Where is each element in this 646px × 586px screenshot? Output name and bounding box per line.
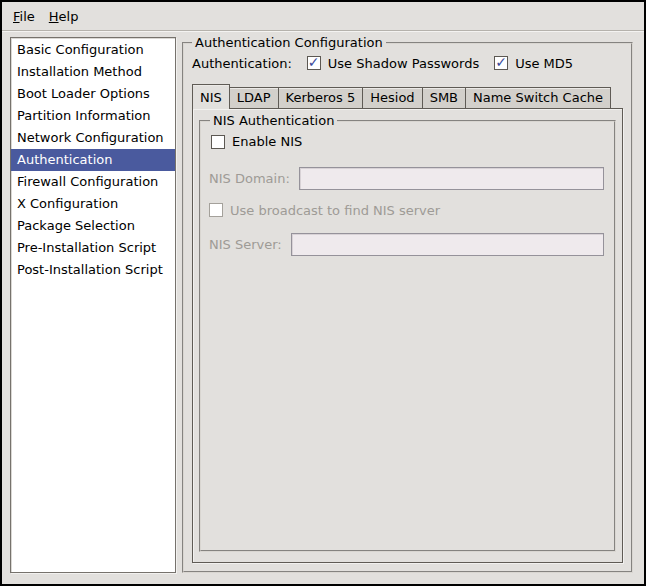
sidebar-item-partition-information[interactable]: Partition Information bbox=[11, 105, 175, 127]
checkbox-check-icon bbox=[307, 56, 321, 70]
menu-help[interactable]: Help bbox=[42, 6, 86, 27]
tab-hesiod[interactable]: Hesiod bbox=[362, 87, 422, 108]
sidebar-item-basic-configuration[interactable]: Basic Configuration bbox=[11, 39, 175, 61]
tab-strip: NIS LDAP Kerberos 5 Hesiod SMB Name Swit… bbox=[192, 83, 623, 108]
sidebar-item-x-configuration[interactable]: X Configuration bbox=[11, 193, 175, 215]
nis-domain-row: NIS Domain: bbox=[209, 167, 604, 190]
checkbox-check-icon bbox=[211, 135, 225, 149]
checkbox-check-icon bbox=[209, 203, 223, 217]
section-list: Basic Configuration Installation Method … bbox=[10, 37, 176, 573]
nis-frame-title: NIS Authentication bbox=[210, 113, 337, 128]
nis-server-label: NIS Server: bbox=[209, 237, 282, 252]
enable-nis-row: Enable NIS bbox=[211, 134, 606, 152]
checkbox-check-icon bbox=[494, 56, 508, 70]
tab-ldap[interactable]: LDAP bbox=[229, 87, 279, 108]
menu-file-rest: ile bbox=[20, 9, 35, 24]
kickstart-configurator-window: File Help Basic Configuration Installati… bbox=[0, 0, 646, 586]
tab-smb[interactable]: SMB bbox=[422, 87, 466, 108]
sidebar-item-post-installation-script[interactable]: Post-Installation Script bbox=[11, 259, 175, 281]
content-area: Basic Configuration Installation Method … bbox=[2, 31, 644, 584]
use-broadcast-checkbox: Use broadcast to find NIS server bbox=[209, 203, 440, 218]
sidebar-item-pre-installation-script[interactable]: Pre-Installation Script bbox=[11, 237, 175, 259]
authentication-row: Authentication: Use Shadow Passwords Use… bbox=[192, 52, 624, 74]
sidebar-item-firewall-configuration[interactable]: Firewall Configuration bbox=[11, 171, 175, 193]
tab-kerberos-5[interactable]: Kerberos 5 bbox=[278, 87, 364, 108]
sidebar-item-package-selection[interactable]: Package Selection bbox=[11, 215, 175, 237]
sidebar-item-boot-loader-options[interactable]: Boot Loader Options bbox=[11, 83, 175, 105]
sidebar-item-installation-method[interactable]: Installation Method bbox=[11, 61, 175, 83]
menu-help-accel: H bbox=[49, 9, 59, 24]
nis-server-input bbox=[291, 233, 604, 256]
tab-nis[interactable]: NIS bbox=[192, 84, 230, 109]
authentication-configuration-frame: Authentication Configuration Authenticat… bbox=[182, 35, 633, 573]
nis-authentication-frame: NIS Authentication Enable NIS NIS Domain… bbox=[199, 113, 616, 552]
nis-tab-panel: NIS Authentication Enable NIS NIS Domain… bbox=[192, 108, 623, 563]
use-broadcast-label: Use broadcast to find NIS server bbox=[230, 203, 440, 218]
authentication-notebook: NIS LDAP Kerberos 5 Hesiod SMB Name Swit… bbox=[192, 83, 623, 563]
sidebar-item-authentication[interactable]: Authentication bbox=[11, 149, 175, 171]
menu-help-rest: elp bbox=[59, 9, 79, 24]
menu-file[interactable]: File bbox=[6, 6, 42, 27]
tab-name-switch-cache[interactable]: Name Switch Cache bbox=[465, 87, 611, 108]
frame-title: Authentication Configuration bbox=[192, 35, 386, 50]
nis-domain-input bbox=[299, 167, 604, 190]
sidebar-item-network-configuration[interactable]: Network Configuration bbox=[11, 127, 175, 149]
enable-nis-checkbox[interactable]: Enable NIS bbox=[211, 134, 302, 149]
nis-domain-label: NIS Domain: bbox=[209, 171, 290, 186]
menubar: File Help bbox=[2, 2, 644, 31]
use-shadow-passwords-label: Use Shadow Passwords bbox=[328, 56, 479, 71]
use-shadow-passwords-checkbox[interactable]: Use Shadow Passwords bbox=[307, 56, 479, 71]
use-md5-checkbox[interactable]: Use MD5 bbox=[494, 56, 573, 71]
use-md5-label: Use MD5 bbox=[515, 56, 573, 71]
broadcast-row: Use broadcast to find NIS server bbox=[209, 203, 606, 221]
enable-nis-label: Enable NIS bbox=[232, 134, 302, 149]
authentication-label: Authentication: bbox=[192, 56, 292, 71]
nis-server-row: NIS Server: bbox=[209, 233, 604, 256]
